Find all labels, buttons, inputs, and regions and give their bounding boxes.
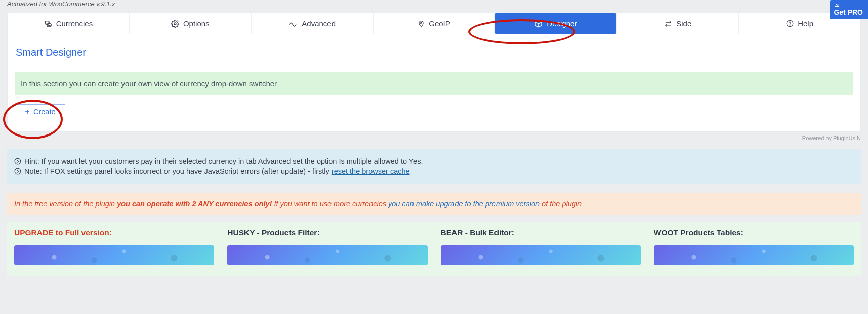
get-pro-label: Get PRO <box>834 8 863 16</box>
warn-text-b: you can operate with 2 ANY currencies on… <box>117 200 272 208</box>
svg-point-5 <box>790 25 790 25</box>
promo-banner <box>14 245 214 265</box>
tab-label: Side <box>676 19 691 28</box>
tab-label: Help <box>798 19 813 28</box>
promo-title: UPGRADE to Full version: <box>14 228 214 237</box>
tab-designer[interactable]: Designer <box>495 13 617 34</box>
promo-woot[interactable]: WOOT Products Tables: <box>654 228 854 265</box>
promo-upgrade[interactable]: UPGRADE to Full version: <box>14 228 214 265</box>
create-button[interactable]: Create <box>15 104 65 119</box>
warn-text-a: In the free version of the plugin <box>14 200 117 208</box>
warn-text-c: If you want to use more currencies <box>274 200 388 208</box>
promo-banner <box>654 245 854 265</box>
promo-title: HUSKY - Products Filter: <box>227 228 427 237</box>
promo-title: WOOT Products Tables: <box>654 228 854 237</box>
warn-text-d: of the plugin <box>542 200 582 208</box>
tab-label: Designer <box>547 19 577 28</box>
note-text: Note: If FOX settings panel looks incorr… <box>24 167 332 175</box>
tab-label: Advanced <box>302 19 336 28</box>
download-icon <box>834 1 859 8</box>
info-box: Hint: If you want let your customers pay… <box>7 149 861 184</box>
cube-icon <box>534 20 543 28</box>
get-pro-button[interactable]: Get PRO <box>830 0 868 19</box>
promo-husky[interactable]: HUSKY - Products Filter: <box>227 228 427 265</box>
tab-side[interactable]: Side <box>617 13 739 34</box>
svg-point-2 <box>174 23 176 25</box>
hint-text: Hint: If you want let your customers pay… <box>24 157 423 165</box>
promo-bear[interactable]: BEAR - Bulk Editor: <box>441 228 641 265</box>
promo-banner <box>227 245 427 265</box>
tab-currencies[interactable]: Currencies <box>8 13 130 34</box>
tab-label: Options <box>183 19 210 28</box>
tab-geoip[interactable]: GeoIP <box>374 13 495 34</box>
powered-by: Powered by PluginUs.N <box>0 135 861 141</box>
tab-label: GeoIP <box>429 19 450 28</box>
svg-point-7 <box>15 168 21 174</box>
pin-icon <box>418 20 425 28</box>
svg-point-0 <box>45 21 49 23</box>
description-box: In this section you can create your own … <box>15 72 853 95</box>
tab-advanced[interactable]: Advanced <box>252 13 374 34</box>
premium-link[interactable]: you can make upgrade to the premium vers… <box>388 200 542 208</box>
arrow-circle-icon <box>14 168 21 175</box>
arrow-circle-icon <box>14 158 21 165</box>
promo-title: BEAR - Bulk Editor: <box>441 228 641 237</box>
reset-cache-link[interactable]: reset the browser cache <box>332 167 410 175</box>
page-title: Smart Designer <box>16 47 853 58</box>
tab-options[interactable]: Options <box>130 13 252 34</box>
gear-icon <box>171 20 179 28</box>
tab-label: Currencies <box>56 19 93 28</box>
create-button-label: Create <box>33 108 56 116</box>
wave-icon <box>288 21 298 27</box>
version-text: Actualized for WooCommerce v.9.1.x <box>7 0 115 8</box>
swap-icon <box>664 20 672 27</box>
question-icon <box>786 20 794 27</box>
svg-point-3 <box>421 22 422 24</box>
coins-icon <box>44 20 52 28</box>
upgrade-notice: In the free version of the plugin you ca… <box>7 193 861 215</box>
svg-point-6 <box>15 158 21 164</box>
plus-icon <box>24 109 30 115</box>
promo-banner <box>441 245 641 265</box>
